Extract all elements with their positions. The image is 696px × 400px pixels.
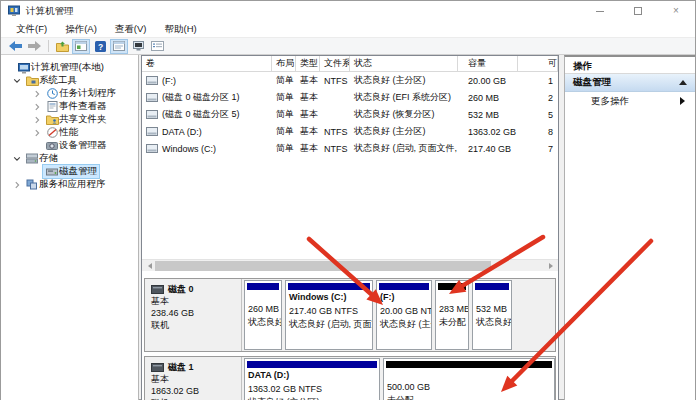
column-header-status[interactable]: 状态 [350, 56, 458, 71]
display-icon [132, 41, 145, 51]
partition-windows-c[interactable]: Windows (C:) 217.40 GB NTFS 状态良好 (启动, 页面… [285, 280, 373, 350]
chevron-right-icon[interactable] [31, 114, 43, 126]
properties-button[interactable] [110, 39, 128, 54]
tree-item-label: 设备管理器 [59, 139, 107, 152]
folder-up-button[interactable] [53, 39, 71, 54]
horizontal-scrollbar[interactable] [142, 259, 558, 271]
window-controls: × [581, 1, 695, 21]
chevron-right-icon[interactable] [31, 101, 43, 113]
volume-row[interactable]: (磁盘 0 磁盘分区 1) 简单 基本 状态良好 (EFI 系统分区) 260 … [142, 89, 558, 106]
partition-532mb[interactable]: 532 MB 状态良好 [472, 280, 512, 350]
unallocated-color-bar [438, 283, 466, 290]
device-manager-icon [45, 140, 59, 152]
shared-folders-icon [45, 114, 59, 126]
chevron-down-icon[interactable] [11, 153, 23, 165]
menu-help[interactable]: 帮助(H) [155, 21, 205, 37]
more-actions-item[interactable]: 更多操作 [565, 92, 695, 110]
partition-color-bar [247, 283, 279, 290]
scrollbar-thumb[interactable] [155, 261, 491, 271]
volume-list: 卷 布局 类型 文件系统 状态 容量 可 (F:) 简单 基本 NTFS 状态良… [142, 56, 558, 259]
disk-icon [151, 363, 164, 372]
volume-icon [146, 110, 158, 119]
show-hide-tree-button[interactable] [72, 39, 90, 54]
tree-item-shared-folders[interactable]: 共享文件夹 [1, 113, 138, 126]
partition-f[interactable]: (F:) 20.00 GB NTFS 状态良好 (主分区) [376, 280, 432, 350]
disk-0-header[interactable]: 磁盘 0 基本 238.46 GB 联机 [145, 279, 242, 351]
menu-view[interactable]: 查看(V) [106, 21, 156, 37]
column-header-layout[interactable]: 布局 [272, 56, 296, 71]
column-header-free-space[interactable]: 可 [518, 56, 558, 71]
left-triangle-icon [145, 263, 152, 269]
console-tree: 计算机管理(本地) 系统工具 任务计划程序 [1, 55, 139, 400]
computer-icon [17, 62, 31, 74]
chevron-right-icon[interactable] [11, 179, 23, 191]
tree-item-label: 存储 [39, 152, 58, 165]
forward-button[interactable] [25, 39, 43, 54]
folder-up-icon [56, 41, 69, 52]
tree-item-performance[interactable]: 性能 [1, 126, 138, 139]
close-icon: × [673, 7, 679, 15]
partition-color-bar [288, 283, 370, 290]
help-button[interactable]: ? [91, 39, 109, 54]
maximize-icon [634, 7, 642, 15]
minimize-button[interactable] [581, 1, 619, 21]
actions-pane: 操作 磁盘管理 更多操作 [564, 55, 695, 400]
chevron-down-icon[interactable] [11, 75, 23, 87]
properties-icon [113, 41, 125, 51]
back-button[interactable] [6, 39, 24, 54]
list-view-button[interactable] [148, 39, 166, 54]
disk-row-1: 磁盘 1 基本 1863.02 GB 联机 DATA (D:) 1363.02 … [144, 356, 556, 400]
volume-icon [146, 144, 158, 153]
collapse-icon[interactable] [679, 76, 687, 85]
volume-row[interactable]: (磁盘 0 磁盘分区 5) 简单 基本 状态良好 (恢复分区) 532 MB 5 [142, 106, 558, 123]
disk-1-header[interactable]: 磁盘 1 基本 1863.02 GB 联机 [145, 357, 242, 400]
tree-item-event-viewer[interactable]: 事件查看器 [1, 100, 138, 113]
column-header-type[interactable]: 类型 [296, 56, 320, 71]
disk-management-view: 卷 布局 类型 文件系统 状态 容量 可 (F:) 简单 基本 NTFS 状态良… [141, 55, 559, 400]
partition-data-d[interactable]: DATA (D:) 1363.02 GB NTFS 状态良好 (主分区) [244, 358, 380, 400]
system-tools-icon [25, 75, 39, 87]
menu-bar: 文件(F) 操作(A) 查看(V) 帮助(H) [1, 21, 695, 38]
volume-icon [146, 93, 158, 102]
column-header-capacity[interactable]: 容量 [458, 56, 518, 71]
performance-icon [45, 127, 59, 139]
tree-item-system-tools[interactable]: 系统工具 [1, 74, 138, 87]
tree-item-device-manager[interactable]: 设备管理器 [1, 139, 138, 152]
tree-item-storage[interactable]: 存储 [1, 152, 138, 165]
computer-management-window: 计算机管理 × 文件(F) 操作(A) 查看(V) 帮助(H) [0, 0, 696, 400]
list-view-icon [151, 41, 164, 51]
tree-item-services-apps[interactable]: 服务和应用程序 [1, 178, 138, 191]
display-button[interactable] [129, 39, 147, 54]
partition-color-bar [247, 361, 377, 368]
chevron-right-icon[interactable] [31, 88, 43, 100]
scroll-left-arrow[interactable] [142, 260, 154, 272]
submenu-arrow-icon [680, 97, 689, 105]
tree-item-label: 磁盘管理 [59, 165, 97, 178]
tree-item-computer-management[interactable]: 计算机管理(本地) [1, 61, 138, 74]
storage-icon [25, 153, 39, 165]
menu-action[interactable]: 操作(A) [56, 21, 106, 37]
disk-size: 238.46 GB [151, 307, 235, 319]
close-button[interactable]: × [657, 1, 695, 21]
chevron-right-icon[interactable] [31, 127, 43, 139]
tree-item-task-scheduler[interactable]: 任务计划程序 [1, 87, 138, 100]
actions-section-disk-management[interactable]: 磁盘管理 [565, 74, 695, 92]
volume-row[interactable]: (F:) 简单 基本 NTFS 状态良好 (主分区) 20.00 GB 1 [142, 72, 558, 89]
column-header-filesystem[interactable]: 文件系统 [320, 56, 350, 71]
toolbar: ? [1, 38, 695, 55]
partition-unallocated-500gb[interactable]: 500.00 GB 未分配 [383, 358, 555, 400]
maximize-button[interactable] [619, 1, 657, 21]
services-icon [25, 179, 39, 191]
scroll-right-arrow[interactable] [546, 260, 558, 272]
volume-list-header: 卷 布局 类型 文件系统 状态 容量 可 [142, 56, 558, 72]
computer-management-icon [8, 5, 20, 17]
column-header-volume[interactable]: 卷 [142, 56, 272, 71]
tree-item-label: 计算机管理(本地) [31, 61, 104, 74]
partition-unallocated-283mb[interactable]: 283 MB 未分配 [435, 280, 469, 350]
disk-size: 1863.02 GB [151, 385, 235, 397]
partition-260mb[interactable]: 260 MB 状态良好 [244, 280, 282, 350]
volume-row[interactable]: Windows (C:) 简单 基本 NTFS 状态良好 (启动, 页面文件, … [142, 140, 558, 157]
tree-item-disk-management[interactable]: 磁盘管理 [1, 165, 138, 178]
menu-file[interactable]: 文件(F) [7, 21, 56, 37]
volume-row[interactable]: DATA (D:) 简单 基本 NTFS 状态良好 (主分区) 1363.02 … [142, 123, 558, 140]
